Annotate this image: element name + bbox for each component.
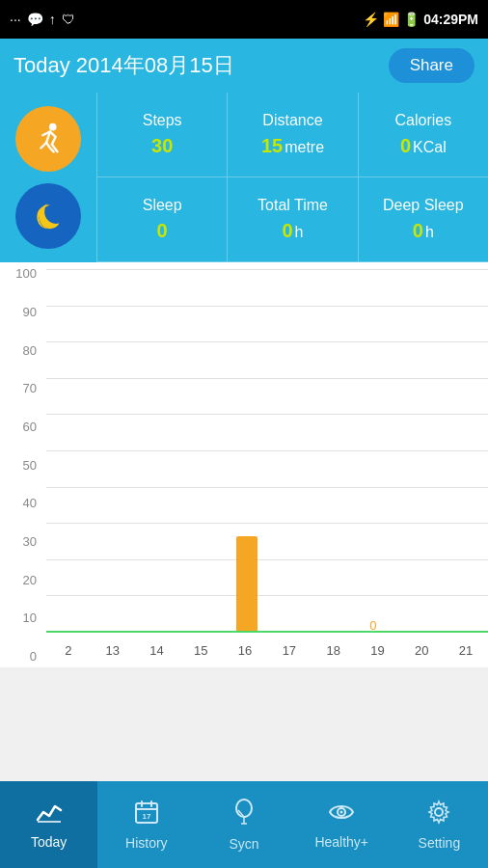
bluetooth-icon: ⚡ [363, 12, 379, 27]
svg-point-7 [236, 800, 252, 817]
bottom-nav: Today 17 History Sycn [0, 781, 488, 868]
y-label-40: 40 [4, 496, 42, 510]
x-label-13: 13 [91, 643, 135, 658]
nav-sync[interactable]: Sycn [195, 781, 292, 868]
upload-icon: ↑ [49, 12, 56, 27]
bar-16-fill [236, 536, 258, 633]
x-label-14: 14 [135, 643, 179, 658]
stats-panel: Steps 30 Distance 15 metre Calories 0 KC… [0, 93, 488, 262]
calories-label: Calories [394, 112, 451, 129]
app-header: Today 2014年08月15日 Share [0, 39, 488, 93]
x-label-16: 16 [223, 643, 267, 658]
y-label-70: 70 [4, 381, 42, 395]
today-chart-icon [36, 800, 63, 824]
total-time-cell: Total Time 0 h [227, 177, 357, 262]
status-left: ··· 💬 ↑ 🛡 [10, 12, 75, 27]
setting-gear-icon [426, 800, 451, 825]
status-dots: ··· [10, 12, 21, 27]
distance-value: 15 [261, 135, 283, 157]
total-time-label: Total Time [258, 197, 328, 214]
history-calendar-icon: 17 [134, 800, 159, 825]
chart-body: 0 [46, 270, 488, 633]
nav-today-label: Today [31, 834, 67, 850]
steps-icon-circle [15, 106, 81, 172]
nav-history-label: History [125, 835, 168, 851]
x-label-18: 18 [312, 643, 356, 658]
y-axis: 0 10 20 30 40 50 60 70 80 90 100 [0, 262, 46, 667]
nav-today[interactable]: Today [0, 781, 97, 868]
today-icon [36, 800, 63, 830]
y-label-50: 50 [4, 458, 42, 473]
sync-balloon-icon [231, 799, 257, 826]
status-time: 04:29PM [423, 12, 478, 27]
x-axis: 2 13 14 15 16 17 18 19 20 21 [46, 633, 488, 667]
y-label-20: 20 [4, 573, 42, 587]
svg-point-13 [435, 808, 443, 816]
y-label-30: 30 [4, 534, 42, 549]
y-label-60: 60 [4, 420, 42, 434]
status-right: ⚡ 📶 🔋 04:29PM [363, 12, 478, 27]
x-label-2: 2 [46, 643, 91, 658]
setting-icon [426, 800, 451, 831]
moon-icon [30, 198, 67, 234]
stats-icons [0, 93, 96, 262]
x-label-21: 21 [444, 643, 488, 658]
healthy-icon [328, 800, 355, 830]
x-label-17: 17 [267, 643, 312, 658]
svg-point-12 [340, 810, 343, 813]
deep-sleep-cell: Deep Sleep 0 h [358, 177, 488, 262]
x-label-20: 20 [399, 643, 444, 658]
sync-icon [231, 799, 257, 832]
x-label-15: 15 [178, 643, 223, 658]
sleep-icon-circle [15, 183, 81, 249]
distance-label: Distance [262, 112, 322, 129]
grid-lines [46, 270, 488, 633]
signal-icon: 📶 [383, 12, 399, 27]
calories-unit: KCal [413, 139, 447, 156]
runner-icon [30, 121, 67, 157]
x-label-19: 19 [356, 643, 400, 658]
sleep-label: Sleep [143, 197, 182, 214]
share-button[interactable]: Share [389, 48, 474, 83]
header-title: Today 2014年08月15日 [14, 51, 234, 80]
status-bar: ··· 💬 ↑ 🛡 ⚡ 📶 🔋 04:29PM [0, 0, 488, 39]
y-label-100: 100 [4, 266, 42, 281]
distance-cell: Distance 15 metre [227, 93, 357, 177]
nav-sync-label: Sycn [229, 836, 258, 852]
y-label-0: 0 [4, 649, 42, 664]
nav-setting-label: Setting [419, 835, 461, 851]
shield-icon: 🛡 [62, 12, 75, 27]
sleep-value: 0 [157, 220, 168, 242]
history-icon: 17 [134, 800, 159, 831]
steps-value: 30 [151, 135, 173, 157]
nav-healthy-label: Healthy+ [314, 834, 368, 850]
deep-sleep-unit: h [425, 224, 434, 241]
nav-healthy[interactable]: Healthy+ [293, 781, 391, 868]
y-label-90: 90 [4, 305, 42, 319]
wechat-icon: 💬 [27, 12, 43, 27]
battery-icon: 🔋 [403, 12, 420, 27]
total-time-unit: h [295, 224, 304, 241]
healthy-eye-icon [328, 800, 355, 824]
steps-cell: Steps 30 [96, 93, 227, 177]
nav-setting[interactable]: Setting [391, 781, 488, 868]
stats-grid: Steps 30 Distance 15 metre Calories 0 KC… [96, 93, 488, 262]
calories-value: 0 [400, 135, 411, 157]
distance-unit: metre [285, 139, 324, 156]
y-label-80: 80 [4, 343, 42, 358]
y-label-10: 10 [4, 610, 42, 625]
deep-sleep-label: Deep Sleep [383, 197, 464, 214]
steps-label: Steps [143, 112, 182, 129]
calories-cell: Calories 0 KCal [358, 93, 488, 177]
nav-history[interactable]: 17 History [97, 781, 195, 868]
svg-point-0 [49, 123, 57, 131]
sleep-cell: Sleep 0 [96, 177, 227, 262]
svg-text:17: 17 [142, 812, 150, 821]
chart-area: 0 10 20 30 40 50 60 70 80 90 100 [0, 262, 488, 667]
deep-sleep-value: 0 [413, 220, 423, 242]
total-time-value: 0 [282, 220, 292, 242]
